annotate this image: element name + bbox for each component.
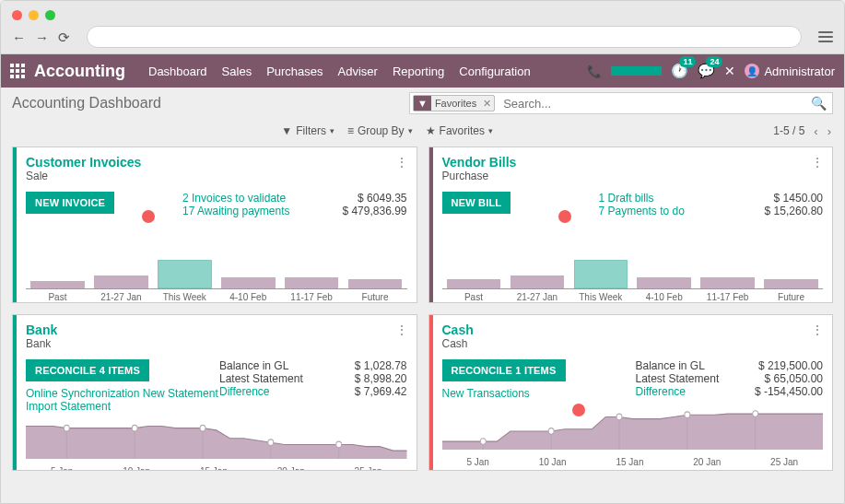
pager-next[interactable]: › xyxy=(827,124,831,138)
svg-point-13 xyxy=(548,428,554,435)
messages-icon[interactable]: 💬24 xyxy=(698,63,715,79)
browser-chrome: ← → ⟳ xyxy=(1,1,844,54)
amount: $ 6049.35 xyxy=(329,192,407,205)
link-difference[interactable]: Difference xyxy=(636,385,686,398)
list-icon: ≡ xyxy=(347,124,354,137)
row-value: $ -154,450.00 xyxy=(745,385,823,398)
svg-point-11 xyxy=(480,439,486,445)
link-new-transactions[interactable]: New Transactions xyxy=(442,387,636,400)
row-label: Latest Statement xyxy=(636,372,720,385)
link-payments-to-do[interactable]: 7 Payments to do xyxy=(599,205,745,217)
nav-reporting[interactable]: Reporting xyxy=(393,64,444,78)
record-indicator-icon xyxy=(558,210,571,223)
pager-prev[interactable]: ‹ xyxy=(814,124,817,138)
reconcile-button[interactable]: RECONCILE 1 ITEMS xyxy=(442,359,566,381)
row-value: $ 65,050.00 xyxy=(745,372,823,385)
minimize-window[interactable] xyxy=(29,10,39,20)
search-input[interactable] xyxy=(498,97,805,111)
card-title[interactable]: Vendor Bills xyxy=(442,155,517,170)
row-value: $ 8,998.20 xyxy=(329,372,407,385)
kanban-cards: Customer Invoices Sale ⋮ NEW INVOICE 2 I… xyxy=(1,147,844,482)
chevron-down-icon: ▾ xyxy=(330,126,334,135)
user-name: Administrator xyxy=(764,64,835,78)
new-bill-button[interactable]: NEW BILL xyxy=(442,192,511,214)
chevron-down-icon: ▾ xyxy=(408,126,413,135)
card-menu-icon[interactable]: ⋮ xyxy=(395,155,407,170)
line-chart: 5 Jan10 Jan15 Jan20 Jan25 Jan xyxy=(26,413,407,471)
card-menu-icon[interactable]: ⋮ xyxy=(811,322,823,337)
nav-dashboard[interactable]: Dashboard xyxy=(148,64,207,78)
activities-badge: 11 xyxy=(679,56,696,67)
phone-icon[interactable]: 📞 xyxy=(587,64,602,78)
forward-icon[interactable]: → xyxy=(35,30,49,44)
pager-count: 1-5 / 5 xyxy=(773,124,804,137)
favorites-button[interactable]: ★Favorites▾ xyxy=(426,124,493,137)
card-bank: Bank Bank ⋮ RECONCILE 4 ITEMS Online Syn… xyxy=(12,314,417,471)
link-draft-bills[interactable]: 1 Draft bills xyxy=(599,192,745,205)
nav-purchases[interactable]: Purchases xyxy=(266,64,323,78)
card-subtitle: Purchase xyxy=(442,170,517,182)
star-icon: ★ xyxy=(426,124,436,137)
messages-badge: 24 xyxy=(706,56,722,67)
dismiss-icon[interactable]: ✕ xyxy=(724,64,735,78)
amount: $ 1450.00 xyxy=(745,192,823,205)
link-invoices-to-validate[interactable]: 2 Invoices to validate xyxy=(182,192,329,205)
search-icon[interactable]: 🔍 xyxy=(805,96,832,111)
card-subtitle: Cash xyxy=(442,337,474,350)
window-controls xyxy=(1,1,844,24)
search-box[interactable]: ▼ Favorites ✕ 🔍 xyxy=(409,92,833,114)
main-nav: Dashboard Sales Purchases Adviser Report… xyxy=(148,64,531,78)
app-bar: Accounting Dashboard Sales Purchases Adv… xyxy=(1,54,844,88)
nav-sales[interactable]: Sales xyxy=(222,64,252,78)
card-title[interactable]: Cash xyxy=(442,322,474,337)
nav-adviser[interactable]: Adviser xyxy=(338,64,378,78)
funnel-icon: ▼ xyxy=(281,124,292,137)
progress-bar[interactable] xyxy=(611,66,662,76)
new-invoice-button[interactable]: NEW INVOICE xyxy=(26,192,114,214)
url-bar[interactable] xyxy=(87,26,802,48)
close-window[interactable] xyxy=(12,10,22,20)
remove-tag-icon[interactable]: ✕ xyxy=(480,98,494,110)
row-value: $ 219,500.00 xyxy=(745,359,823,372)
svg-point-17 xyxy=(684,412,689,418)
svg-point-19 xyxy=(752,411,757,417)
link-online-sync[interactable]: Online Synchronization New Statement xyxy=(26,387,219,400)
card-cash: Cash Cash ⋮ RECONCILE 1 ITEMS New Transa… xyxy=(428,314,834,471)
apps-icon[interactable] xyxy=(10,64,25,78)
svg-point-15 xyxy=(616,414,622,420)
maximize-window[interactable] xyxy=(45,10,55,20)
user-menu[interactable]: 👤 Administrator xyxy=(745,64,835,78)
reconcile-button[interactable]: RECONCILE 4 ITEMS xyxy=(26,359,149,381)
chevron-down-icon: ▾ xyxy=(488,126,493,135)
svg-point-3 xyxy=(132,425,137,431)
nav-configuration[interactable]: Configuration xyxy=(459,64,530,78)
row-label: Latest Statement xyxy=(219,372,303,385)
pager: 1-5 / 5 ‹ › xyxy=(773,124,831,138)
card-title[interactable]: Customer Invoices xyxy=(26,155,141,170)
card-menu-icon[interactable]: ⋮ xyxy=(395,322,407,337)
card-menu-icon[interactable]: ⋮ xyxy=(811,155,823,170)
amount: $ 479,836.99 xyxy=(329,205,407,217)
row-value: $ 7,969.42 xyxy=(329,385,407,398)
control-panel: ▼Filters▾ ≡Group By▾ ★Favorites▾ 1-5 / 5… xyxy=(1,119,844,147)
reload-icon[interactable]: ⟳ xyxy=(58,30,70,44)
row-label: Balance in GL xyxy=(636,359,705,372)
browser-menu-icon[interactable] xyxy=(818,31,833,42)
activities-icon[interactable]: 🕐11 xyxy=(671,63,688,79)
groupby-button[interactable]: ≡Group By▾ xyxy=(347,124,413,137)
amount: $ 15,260.80 xyxy=(745,205,823,217)
row-value: $ 1,028.78 xyxy=(329,359,407,372)
card-subtitle: Bank xyxy=(26,337,57,350)
link-difference[interactable]: Difference xyxy=(219,385,269,398)
svg-point-7 xyxy=(268,440,274,446)
card-title[interactable]: Bank xyxy=(26,322,57,337)
link-awaiting-payments[interactable]: 17 Awaiting payments xyxy=(182,205,329,217)
svg-point-5 xyxy=(200,425,205,431)
page-title: Accounting Dashboard xyxy=(12,95,409,111)
back-icon[interactable]: ← xyxy=(12,30,26,44)
avatar: 👤 xyxy=(745,64,759,78)
link-import-statement[interactable]: Import Statement xyxy=(26,400,219,413)
record-indicator-icon xyxy=(142,210,155,223)
filters-button[interactable]: ▼Filters▾ xyxy=(281,124,334,137)
bar-chart: Past21-27 JanThis Week4-10 Feb11-17 FebF… xyxy=(442,252,824,302)
